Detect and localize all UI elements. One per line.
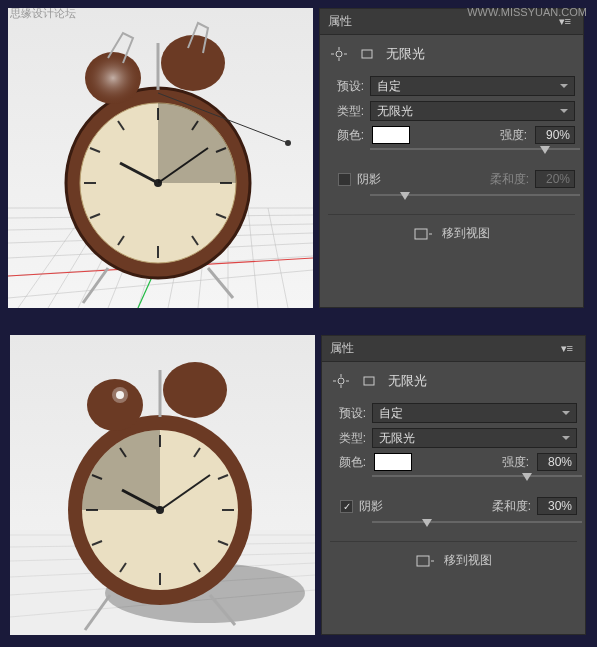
svg-rect-91 (364, 377, 374, 385)
softness-label: 柔和度: (492, 498, 531, 515)
type-label: 类型: (328, 103, 364, 120)
color-swatch[interactable] (372, 126, 410, 144)
svg-point-86 (338, 378, 344, 384)
softness-value[interactable]: 30% (537, 497, 577, 515)
viewport-bottom[interactable] (10, 335, 315, 635)
svg-line-15 (248, 208, 258, 308)
svg-rect-53 (415, 229, 427, 239)
svg-point-40 (85, 52, 141, 104)
svg-point-79 (87, 379, 143, 431)
light-icon[interactable] (332, 373, 350, 389)
softness-value: 20% (535, 170, 575, 188)
type-dropdown[interactable]: 无限光 (372, 428, 577, 448)
light-title: 无限光 (388, 372, 427, 390)
move-to-view-label[interactable]: 移到视图 (444, 552, 492, 569)
light-icon[interactable] (330, 46, 348, 62)
intensity-value[interactable]: 90% (535, 126, 575, 144)
intensity-label: 强度: (500, 127, 527, 144)
intensity-value[interactable]: 80% (537, 453, 577, 471)
properties-panel-top: 属性 ▾≡ 无限光 预设: 自定 类型: 无限光 颜色 (319, 8, 584, 308)
color-label: 颜色: (330, 454, 366, 471)
svg-line-44 (208, 268, 233, 298)
panel-title: 属性 (328, 13, 352, 30)
color-swatch[interactable] (374, 453, 412, 471)
light-title: 无限光 (386, 45, 425, 63)
panel-title: 属性 (330, 340, 354, 357)
panel-menu-icon[interactable]: ▾≡ (557, 342, 577, 355)
preset-dropdown[interactable]: 自定 (370, 76, 575, 96)
preset-label: 预设: (328, 78, 364, 95)
watermark-url: WWW.MISSYUAN.COM (467, 6, 587, 18)
preset-label: 预设: (330, 405, 366, 422)
svg-point-85 (112, 387, 128, 403)
shadow-label: 阴影 (359, 498, 383, 515)
viewport-top[interactable] (8, 8, 313, 308)
shadow-label: 阴影 (357, 171, 381, 188)
shadow-checkbox[interactable] (338, 173, 351, 186)
shadow-checkbox[interactable]: ✓ (340, 500, 353, 513)
svg-rect-92 (417, 556, 429, 566)
softness-slider[interactable] (372, 519, 582, 533)
intensity-slider[interactable] (370, 146, 580, 160)
intensity-slider[interactable] (372, 473, 582, 487)
scene-icon[interactable] (360, 373, 378, 389)
svg-point-46 (285, 140, 291, 146)
intensity-label: 强度: (502, 454, 529, 471)
color-label: 颜色: (328, 127, 364, 144)
softness-slider (370, 192, 580, 206)
svg-point-80 (163, 362, 227, 418)
move-to-view-label[interactable]: 移到视图 (442, 225, 490, 242)
type-dropdown[interactable]: 无限光 (370, 101, 575, 121)
move-to-view-icon[interactable] (416, 553, 434, 569)
svg-rect-52 (362, 50, 372, 58)
panel-header: 属性 ▾≡ (322, 336, 585, 362)
properties-panel-bottom: 属性 ▾≡ 无限光 预设: 自定 类型: 无限光 颜色 (321, 335, 586, 635)
preset-dropdown[interactable]: 自定 (372, 403, 577, 423)
type-label: 类型: (330, 430, 366, 447)
watermark-site: 思缘设计论坛 (10, 6, 76, 21)
softness-label: 柔和度: (490, 171, 529, 188)
svg-point-47 (336, 51, 342, 57)
scene-icon[interactable] (358, 46, 376, 62)
svg-point-41 (161, 35, 225, 91)
move-to-view-icon[interactable] (414, 226, 432, 242)
